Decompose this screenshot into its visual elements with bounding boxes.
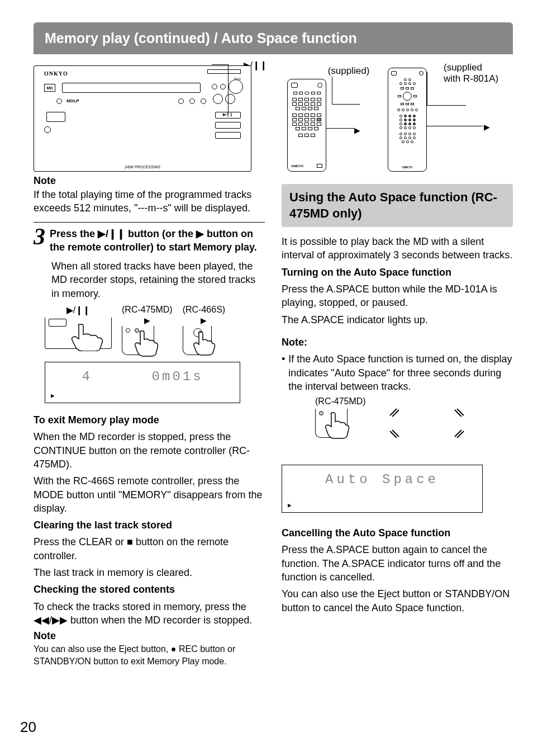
turn-on-body-1: Press the A.SPACE button while the MD-10…	[282, 282, 513, 310]
auto-space-section-title: Using the Auto Space function (RC-475MD …	[282, 184, 513, 227]
check-heading: Checking the stored contents	[34, 583, 265, 596]
exit-heading: To exit Memory play mode	[34, 413, 265, 427]
rc466-label: (RC-466S)	[183, 305, 225, 315]
auto-space-display-text: Auto Space	[289, 472, 475, 487]
step-3-body: When all stored tracks have been played,…	[51, 259, 265, 300]
step-3-illustrations: ▶/❙❙ (RC-475MD) ▶ (RC-466S) ▶	[45, 305, 265, 355]
exit-body-1: When the MD recorder is stopped, press t…	[34, 430, 265, 471]
step-3: 3 Press the ▶/❙❙ button (or the ▶ button…	[34, 227, 265, 254]
page-number: 20	[20, 719, 36, 736]
remote-illustrations: (supplied)	[282, 65, 499, 172]
play-indicator-icon: ▶	[51, 392, 55, 399]
step-number: 3	[34, 225, 45, 248]
play-icon: ▶	[354, 126, 360, 135]
stop-icon: ■	[127, 536, 133, 547]
page-title-bar: Memory play (continued) / Auto Space fun…	[34, 22, 513, 54]
clear-heading: Clearing the last track stored	[34, 518, 265, 532]
display-time: 0m01s	[152, 369, 203, 384]
note2-body: You can also use the Eject button, ● REC…	[34, 643, 265, 667]
left-column: ▶/❙❙ ONKYO MD DLA MDLP ▶/❙❙	[34, 65, 265, 670]
remote-rc475: ONKYO	[287, 79, 326, 172]
cancel-heading: Cancelling the Auto Space function	[282, 526, 513, 540]
turn-on-heading: Turning on the Auto Space function	[282, 266, 513, 279]
exit-body-2: With the RC-466S remote controller, pres…	[34, 474, 265, 515]
divider	[34, 222, 265, 223]
play-icon-2: ▶	[484, 122, 490, 131]
auto-space-remote-illustration: (RC-475MD)	[315, 396, 513, 458]
display-readout: 4 0m01s ▶	[45, 362, 240, 403]
note-body: If the total playing time of the program…	[34, 188, 265, 215]
remote-rc466: ONKYO	[388, 68, 427, 172]
check-body: To check the tracks stored in memory, pr…	[34, 600, 265, 627]
clear-body: Press the CLEAR or ■ button on the remot…	[34, 535, 265, 563]
auto-space-intro: It is possible to play back the MD with …	[282, 235, 513, 262]
cancel-body-1: Press the A.SPACE button again to cancel…	[282, 543, 513, 584]
rc475-label-2: (RC-475MD)	[315, 396, 513, 407]
step-3-instruction: Press the ▶/❙❙ button (or the ▶ button o…	[50, 227, 265, 254]
skip-icon: ◀◀/▶▶	[34, 615, 68, 626]
play-pause-label-2: ▶/❙❙	[45, 305, 112, 315]
device-illustration: ONKYO MD DLA MDLP ▶/❙❙ 24	[34, 65, 251, 172]
auto-space-note-heading: Note:	[282, 336, 513, 349]
play-pause-icon: ▶/❙❙	[98, 228, 125, 239]
rc475-label: (RC-475MD)	[122, 305, 173, 315]
play-icon: ▶	[196, 228, 204, 239]
page-title: Memory play (continued) / Auto Space fun…	[45, 30, 357, 46]
clear-body-2: The last track in memory is cleared.	[34, 566, 265, 579]
right-column: (supplied)	[282, 65, 513, 670]
play-indicator-icon-2: ▶	[288, 502, 292, 509]
note-heading: Note	[34, 175, 265, 187]
display-track: 4	[82, 369, 92, 384]
auto-space-note-bullet: • If the Auto Space function is turned o…	[282, 352, 513, 393]
note2-heading: Note	[34, 630, 265, 642]
auto-space-display: Auto Space ▶	[282, 465, 483, 513]
supplied-label-1: (supplied)	[321, 65, 377, 77]
turn-on-body-2: The A.SPACE indicator lights up.	[282, 313, 513, 327]
cancel-body-2: You can also use the Eject button or STA…	[282, 587, 513, 615]
